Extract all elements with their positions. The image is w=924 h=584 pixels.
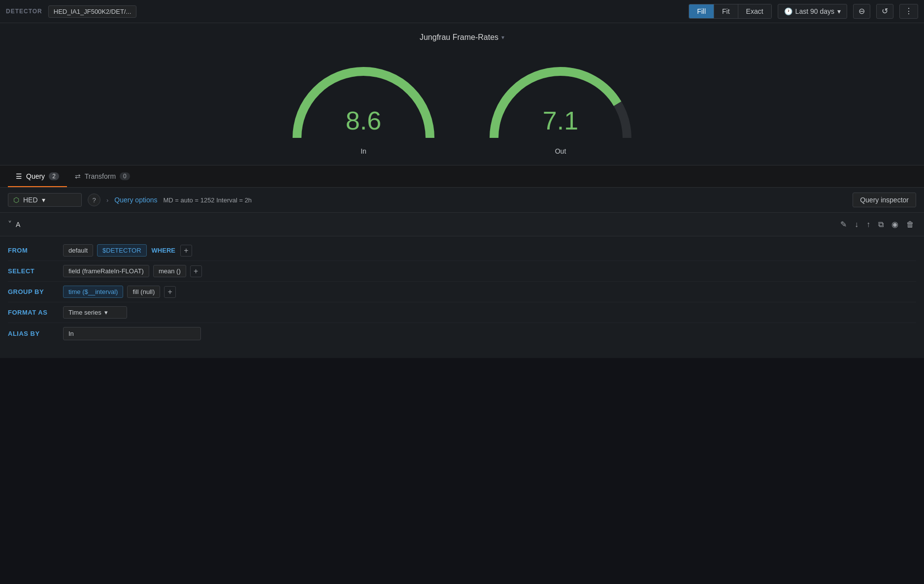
from-add-button[interactable]: +: [180, 245, 192, 257]
format-select[interactable]: Time series ▾: [63, 306, 127, 319]
gauges-row: 8.6 In 7.1 Out: [265, 47, 659, 160]
query-editor: ˅ A ✎ ↓ ↑ ⧉ ◉ 🗑 FROM default $DETECTOR W…: [0, 213, 924, 358]
expand-options-button[interactable]: ›: [106, 196, 108, 204]
fit-button[interactable]: Fit: [714, 4, 738, 18]
tab-query[interactable]: ☰ Query 2: [8, 165, 67, 187]
group-by-row: GROUP BY time ($__interval) fill (null) …: [8, 282, 916, 302]
clock-icon: 🕐: [784, 7, 792, 15]
from-detector-tag[interactable]: $DETECTOR: [97, 244, 147, 257]
select-label: SELECT: [8, 267, 57, 275]
help-icon: ?: [92, 196, 96, 204]
transform-tab-label: Transform: [85, 172, 116, 180]
gauge-out: 7.1 Out: [482, 47, 639, 155]
collapse-a-button[interactable]: ˅: [8, 220, 12, 229]
gauge-in-label: In: [361, 147, 366, 155]
query-inspector-button[interactable]: Query inspector: [853, 193, 916, 207]
alias-content: [63, 327, 201, 340]
gauge-in-svg: 8.6: [285, 47, 442, 145]
group-time-tag[interactable]: time ($__interval): [63, 286, 123, 298]
breadcrumb[interactable]: HED_IA1_JF500K2/DET/...: [48, 5, 137, 18]
panel-tabs: ☰ Query 2 ⇄ Transform 0: [0, 165, 924, 188]
edit-icon[interactable]: ✎: [838, 218, 849, 231]
exact-button[interactable]: Exact: [738, 4, 771, 18]
format-label: FORMAT AS: [8, 309, 57, 316]
query-options-bar: ⬡ HED ▾ ? › Query options MD = auto = 12…: [0, 188, 924, 213]
gauge-title-text: Jungfrau Frame-Rates: [420, 33, 498, 42]
duplicate-icon[interactable]: ⧉: [876, 218, 886, 231]
query-options-label[interactable]: Query options: [114, 196, 157, 204]
eye-icon[interactable]: ◉: [890, 218, 900, 231]
from-row: FROM default $DETECTOR WHERE +: [8, 240, 916, 261]
move-up-icon[interactable]: ↑: [864, 218, 872, 231]
alias-input[interactable]: [63, 327, 201, 340]
delete-icon[interactable]: 🗑: [904, 218, 916, 231]
query-a-header: ˅ A ✎ ↓ ↑ ⧉ ◉ 🗑: [0, 213, 924, 236]
format-row: FORMAT AS Time series ▾: [8, 302, 916, 323]
select-add-button[interactable]: +: [190, 265, 202, 277]
select-fn-tag[interactable]: mean (): [153, 265, 186, 277]
zoom-button[interactable]: ⊖: [853, 4, 870, 19]
query-tab-label: Query: [26, 172, 45, 180]
more-button[interactable]: ⋮: [899, 4, 918, 19]
tab-transform[interactable]: ⇄ Transform 0: [67, 165, 138, 187]
gauge-title-chevron-icon: ▾: [501, 34, 504, 41]
chevron-down-icon: ▾: [837, 7, 841, 15]
format-chevron-icon: ▾: [104, 309, 108, 316]
collapse-icon: ˅: [8, 220, 12, 229]
datasource-select[interactable]: ⬡ HED ▾: [8, 193, 82, 207]
datasource-name: HED: [23, 196, 38, 204]
select-content: field (frameRateIn-FLOAT) mean () +: [63, 265, 202, 277]
select-field-tag[interactable]: field (frameRateIn-FLOAT): [63, 265, 149, 277]
gauge-out-label: Out: [555, 147, 566, 155]
query-a-label: A: [16, 221, 20, 228]
format-value: Time series: [68, 309, 101, 316]
from-default-tag[interactable]: default: [63, 244, 93, 257]
group-label: GROUP BY: [8, 288, 57, 295]
fill-button[interactable]: Fill: [689, 4, 714, 18]
group-content: time ($__interval) fill (null) +: [63, 286, 176, 298]
datasource-chevron-icon: ▾: [42, 196, 45, 204]
time-range-label: Last 90 days: [795, 7, 834, 15]
help-button[interactable]: ?: [88, 194, 100, 206]
top-bar: DETECTOR HED_IA1_JF500K2/DET/... Fill Fi…: [0, 0, 924, 23]
gauge-title[interactable]: Jungfrau Frame-Rates ▾: [420, 33, 504, 42]
expand-chevron-icon: ›: [106, 196, 108, 204]
gauge-out-value: 7.1: [543, 106, 578, 135]
select-row: SELECT field (frameRateIn-FLOAT) mean ()…: [8, 261, 916, 282]
move-down-icon[interactable]: ↓: [853, 218, 860, 231]
from-label: FROM: [8, 247, 57, 254]
view-mode-group: Fill Fit Exact: [689, 4, 771, 19]
query-a-table: FROM default $DETECTOR WHERE + SELECT fi…: [0, 236, 924, 348]
detector-label: DETECTOR: [6, 8, 42, 15]
gauge-out-svg: 7.1: [482, 47, 639, 145]
transform-tab-icon: ⇄: [75, 172, 81, 180]
from-content: default $DETECTOR WHERE +: [63, 244, 192, 257]
gauge-in: 8.6 In: [285, 47, 442, 155]
time-range-button[interactable]: 🕐 Last 90 days ▾: [778, 4, 847, 19]
refresh-button[interactable]: ↺: [876, 4, 893, 19]
group-fill-tag[interactable]: fill (null): [127, 286, 160, 298]
gauge-panel: Jungfrau Frame-Rates ▾ 8.6 In: [0, 23, 924, 165]
transform-tab-badge: 0: [120, 172, 130, 180]
query-tab-badge: 2: [49, 172, 59, 180]
query-a-actions: ✎ ↓ ↑ ⧉ ◉ 🗑: [838, 218, 916, 231]
format-content: Time series ▾: [63, 306, 127, 319]
datasource-icon: ⬡: [13, 196, 19, 204]
gauge-in-value: 8.6: [346, 106, 381, 135]
from-where-tag[interactable]: WHERE: [151, 245, 176, 256]
alias-label: ALIAS BY: [8, 330, 57, 337]
query-options-meta: MD = auto = 1252 Interval = 2h: [164, 196, 252, 204]
group-add-button[interactable]: +: [164, 286, 176, 298]
query-tab-icon: ☰: [16, 172, 22, 180]
alias-row: ALIAS BY: [8, 323, 916, 344]
